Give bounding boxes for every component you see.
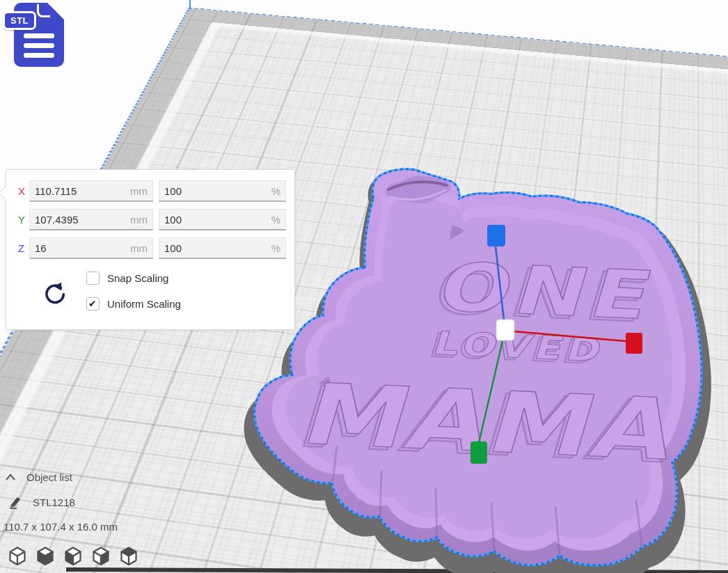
z-percent-input[interactable] <box>159 242 271 254</box>
z-mm-unit: mm <box>130 242 152 254</box>
y-percent-field: % <box>159 209 286 230</box>
scale-row-z: Z mm % <box>6 237 294 259</box>
doc-line-icon <box>24 43 54 48</box>
z-mm-input[interactable] <box>30 242 130 254</box>
object-list-item[interactable]: STL1218 <box>8 495 75 509</box>
object-item-name: STL1218 <box>33 496 75 508</box>
cube-right-filled-icon <box>92 547 110 566</box>
scale-row-x: X mm % <box>6 180 294 202</box>
rotate-reset-icon <box>41 281 66 306</box>
scale-tool-panel: X mm % Y mm % Z mm <box>6 169 295 330</box>
z-axis-label: Z <box>18 242 24 254</box>
chevron-up-icon <box>6 474 15 480</box>
snap-scaling-checkbox[interactable] <box>86 272 100 285</box>
cube-left-filled-icon <box>64 547 82 566</box>
center-scale-handle[interactable] <box>496 320 514 340</box>
x-scale-handle[interactable] <box>626 333 642 354</box>
reset-scale-button[interactable] <box>41 281 66 306</box>
cube-front-filled-icon <box>36 547 54 566</box>
doc-line-icon <box>24 33 54 38</box>
y-mm-input[interactable] <box>30 214 130 226</box>
z-percent-unit: % <box>271 242 285 254</box>
uniform-scaling-checkbox[interactable] <box>86 297 100 311</box>
pencil-icon <box>8 495 22 509</box>
view-preset-toolbar <box>8 547 138 566</box>
model-scene: ONE ONE LOVED LOVED MAMA MAMA <box>237 160 728 573</box>
snap-scaling-label: Snap Scaling <box>107 272 168 284</box>
y-percent-input[interactable] <box>159 214 271 226</box>
z-mm-field: mm <box>29 237 153 259</box>
y-mm-unit: mm <box>130 214 152 226</box>
object-list-title: Object list <box>26 471 72 483</box>
view-right-button[interactable] <box>92 547 110 566</box>
x-percent-unit: % <box>271 185 285 197</box>
viewport-3d[interactable]: ONE ONE LOVED LOVED MAMA MAMA <box>0 0 728 573</box>
scale-row-y: Y mm % <box>6 209 294 230</box>
x-axis-label: X <box>18 185 25 197</box>
x-percent-input[interactable] <box>159 185 271 197</box>
view-3d-button[interactable] <box>8 547 26 566</box>
view-top-button[interactable] <box>120 547 138 566</box>
snap-scaling-row: Snap Scaling <box>86 272 168 285</box>
view-left-button[interactable] <box>64 547 82 566</box>
x-percent-field: % <box>159 180 286 202</box>
cube-wireframe-icon <box>8 547 26 566</box>
x-mm-unit: mm <box>130 185 152 197</box>
y-percent-unit: % <box>271 214 285 226</box>
cube-top-filled-icon <box>120 547 138 566</box>
uniform-scaling-row: Uniform Scaling <box>86 297 181 311</box>
stl-badge: STL <box>3 11 36 30</box>
uniform-scaling-label: Uniform Scaling <box>107 298 181 310</box>
x-mm-field: mm <box>29 180 153 202</box>
model-text-line3: MAMA <box>293 366 691 478</box>
y-mm-field: mm <box>29 209 153 230</box>
model-text-line1: ONE <box>429 249 667 335</box>
stl-file-icon: STL <box>6 3 65 68</box>
x-mm-input[interactable] <box>30 185 130 197</box>
z-percent-field: % <box>159 237 286 259</box>
model-dimensions-readout: 110.7 x 107.4 x 16.0 mm <box>3 521 118 533</box>
view-front-button[interactable] <box>36 547 54 566</box>
model-one-loved-mama[interactable]: ONE ONE LOVED LOVED MAMA MAMA <box>255 170 700 564</box>
y-scale-handle[interactable] <box>470 441 487 464</box>
doc-line-icon <box>24 53 54 58</box>
z-scale-handle[interactable] <box>487 225 505 246</box>
build-volume-corner-edge <box>189 0 191 10</box>
y-axis-label: Y <box>18 214 25 226</box>
object-list-header[interactable]: Object list <box>6 471 72 483</box>
